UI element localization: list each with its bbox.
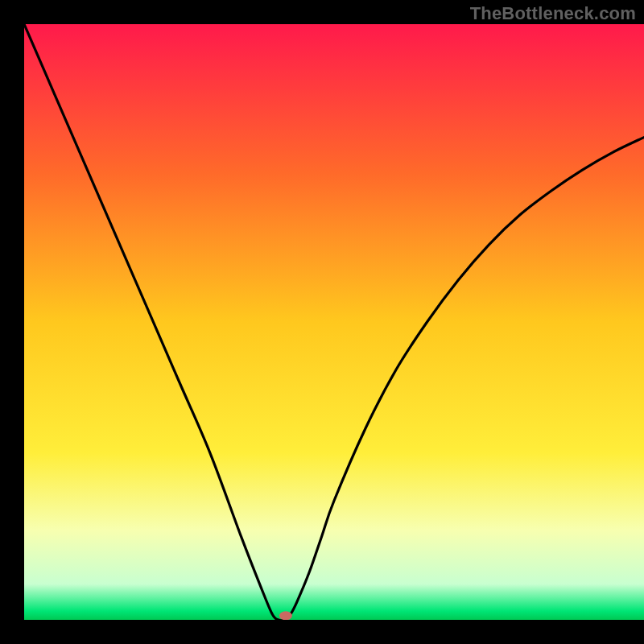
chart-svg — [0, 0, 644, 644]
watermark-text: TheBottleneck.com — [470, 3, 636, 24]
chart-frame: TheBottleneck.com — [0, 0, 644, 644]
gradient-background — [24, 24, 644, 620]
optimal-marker — [279, 611, 292, 620]
